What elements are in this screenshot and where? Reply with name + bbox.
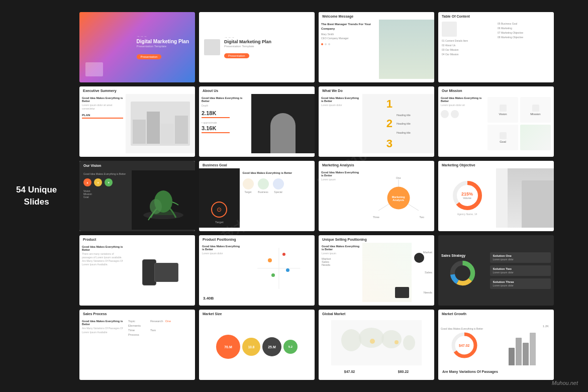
slide3-title: Welcome Message (319, 12, 434, 20)
slide-6[interactable]: About Us Good Idea Makes Everything is B… (199, 86, 315, 157)
svg-point-2 (150, 199, 162, 214)
slide8-title: Our Mission (438, 86, 554, 94)
slide-15[interactable]: Unique Selling Positioning Good Idea Mak… (319, 235, 434, 306)
slide10-title: Business Goal (199, 161, 315, 168)
slide5-title: Executive Summery (79, 86, 195, 94)
slide1-subtitle: Presentation Template (137, 45, 189, 48)
slide3-content: The Best Manager Trends For Your Company (321, 22, 376, 31)
slide15-title: Unique Selling Positioning (319, 235, 434, 243)
slide18-title: Market Size (199, 310, 315, 317)
slide-10[interactable]: Business Goal ⊙ Target Good Idea Makes E… (199, 161, 315, 231)
main-container: 54 Unique Slides →→→ Digital Marketing P… (0, 0, 588, 392)
slide16-item1: Solution One (493, 254, 548, 257)
label-line1: 54 Unique (16, 185, 57, 194)
slide-8[interactable]: Our Mission Good Idea Makes Everything i… (438, 86, 554, 157)
bottom-logo: Muhou.net (552, 380, 578, 386)
slide13-title: Product (79, 235, 195, 243)
slide-3[interactable]: Welcome Message The Best Manager Trends … (319, 12, 434, 82)
slide19-val2: $60.22 (398, 370, 409, 373)
svg-point-17 (370, 339, 375, 344)
slide1-btn[interactable]: Presentation (137, 54, 162, 59)
slide-18[interactable]: Market Size 70.M 10.8 25.M 5.2 (199, 310, 315, 380)
slide11-title: Marketing Analysis (319, 161, 434, 168)
slide-11[interactable]: Marketing Analysis Good Idea Makes Every… (319, 161, 434, 231)
slide7-title: What We Do (319, 86, 434, 94)
slide6-stat1: 2.18K (202, 110, 249, 116)
slide14-title: Product Positioning (199, 235, 315, 243)
slide3-role: CEO Company Manager (321, 37, 376, 41)
svg-point-16 (403, 335, 415, 350)
slide19-val1: $47.02 (344, 370, 355, 373)
slide-7[interactable]: What We Do Good Idea Makes Everything is… (319, 86, 434, 157)
slide16-item3: Solution Three (493, 280, 548, 283)
slide-14[interactable]: Product Positioning Good Idea Makes Ever… (199, 235, 315, 306)
slide-4[interactable]: Table Of Content 01 Content Details Item… (438, 12, 554, 82)
slide-20[interactable]: Market Growth Good Idea Makes Everything… (438, 310, 554, 380)
slide9-title: Our Vision (79, 161, 195, 170)
slide14-value: 3.40B (199, 294, 315, 303)
slide12-title: Marketing Objective (438, 161, 554, 168)
slide20-val: $47.02 (459, 344, 469, 347)
svg-point-18 (395, 340, 399, 344)
slide-12[interactable]: Marketing Objective 215% Volume Agency N… (438, 161, 554, 231)
slides-grid: →→→ Digital Marketing Plan Presentation … (79, 2, 564, 390)
slide17-title: Sales Process (79, 310, 195, 317)
slide20-value-bottom: Are Many Variations Of Passages (438, 368, 554, 375)
slide-19[interactable]: Global Market $47.02 $60.22 (319, 310, 434, 380)
slide-1[interactable]: →→→ Digital Marketing Plan Presentation … (79, 12, 195, 82)
slide20-title: Market Growth (438, 310, 554, 317)
slide20-stat: 1.2K (543, 325, 549, 328)
slide-16[interactable]: Sales Strategy Solution One Lorem ipsum … (438, 235, 554, 306)
slide-9[interactable]: Our Vision Good Idea Makes Everything is… (79, 161, 195, 231)
svg-point-14 (359, 328, 384, 348)
slide12-label: Volume (461, 197, 473, 200)
slide-2[interactable]: →→→ Digital Marketing Plan Presentation … (199, 12, 315, 82)
svg-point-13 (341, 329, 361, 351)
slides-label: 54 Unique Slides (16, 184, 57, 208)
slide19-title: Global Market (319, 310, 434, 317)
label-line2: Slides (24, 197, 49, 207)
slide1-title: Digital Marketing Plan (137, 38, 189, 45)
slide6-title: About Us (199, 86, 315, 94)
svg-point-15 (381, 330, 402, 348)
slide16-title: Sales Strategy (441, 254, 465, 257)
slide2-subtitle: Presentation Template (224, 45, 271, 48)
slide-13[interactable]: Product Good Idea Makes Everything is Be… (79, 235, 195, 306)
slide12-percent: 215% (461, 191, 473, 197)
slide-17[interactable]: Sales Process Good Idea Makes Everything… (79, 310, 195, 380)
slide2-btn[interactable]: Presentation (224, 53, 249, 58)
slide2-title: Digital Marketing Plan (224, 39, 271, 45)
slide3-name: Mary Smith (321, 33, 376, 37)
slide-5[interactable]: Executive Summery Good Idea Makes Everyt… (79, 86, 195, 157)
slide4-title: Table Of Content (438, 12, 554, 20)
slide6-stat2: 3.16K (202, 125, 249, 131)
slide16-item2: Solution Two (493, 267, 548, 270)
